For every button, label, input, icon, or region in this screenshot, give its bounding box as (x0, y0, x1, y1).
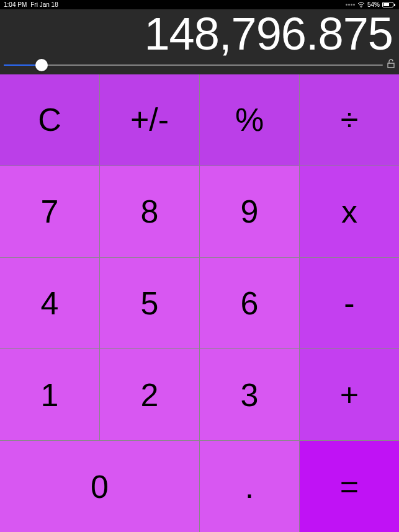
seven-button[interactable]: 7 (0, 166, 99, 257)
status-time: 1:04 PM (4, 1, 27, 8)
five-button[interactable]: 5 (100, 258, 199, 349)
six-button[interactable]: 6 (200, 258, 299, 349)
two-button[interactable]: 2 (100, 349, 199, 440)
percent-button[interactable]: % (200, 74, 299, 166)
battery-percent: 54% (367, 1, 380, 8)
one-button[interactable]: 1 (0, 349, 99, 440)
three-button[interactable]: 3 (200, 349, 299, 440)
eight-button[interactable]: 8 (100, 166, 199, 257)
keypad: C +/- % ÷ 7 8 9 x 4 5 6 - 1 2 3 + 0 . = (0, 74, 399, 532)
unlock-icon[interactable] (387, 59, 395, 71)
nine-button[interactable]: 9 (200, 166, 299, 257)
zero-button[interactable]: 0 (0, 441, 199, 532)
multiply-button[interactable]: x (300, 166, 399, 257)
clear-button[interactable]: C (0, 74, 99, 166)
equals-button[interactable]: = (300, 441, 399, 532)
status-date: Fri Jan 18 (30, 1, 58, 8)
display-size-slider[interactable] (4, 64, 383, 66)
battery-icon (382, 2, 395, 7)
decimal-button[interactable]: . (200, 441, 299, 532)
sign-button[interactable]: +/- (100, 74, 199, 166)
plus-button[interactable]: + (300, 349, 399, 440)
display-value: 148,796.875 (0, 9, 399, 58)
four-button[interactable]: 4 (0, 258, 99, 349)
cellular-signal-icon (346, 4, 355, 6)
minus-button[interactable]: - (300, 258, 399, 349)
wifi-icon (357, 2, 365, 7)
divide-button[interactable]: ÷ (300, 74, 399, 166)
calculator-display: 148,796.875 (0, 9, 399, 74)
